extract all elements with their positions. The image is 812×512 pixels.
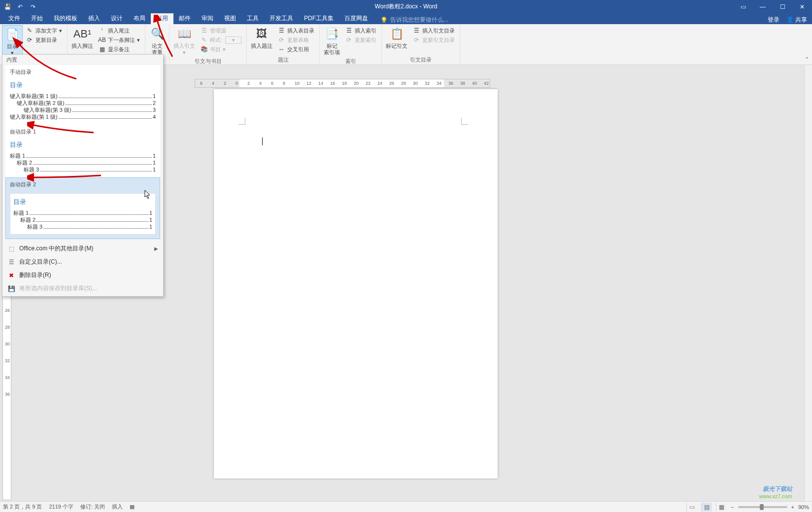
- menu-remove-toc[interactable]: ✖ 删除目录(R): [2, 269, 163, 282]
- menu-office-toc[interactable]: ⬚ Office.com 中的其他目录(M) ▶: [2, 242, 163, 255]
- tab-templates[interactable]: 我的模板: [48, 13, 83, 24]
- mark-citation-icon: 📋: [389, 26, 405, 42]
- ruler-tick: 36: [448, 81, 453, 86]
- next-footnote-icon: AB: [98, 36, 106, 44]
- quick-access-toolbar: 💾 ↶ ↷: [0, 2, 37, 11]
- tab-review[interactable]: 审阅: [196, 13, 219, 24]
- tab-baidu[interactable]: 百度网盘: [339, 13, 373, 24]
- zoom-in-icon[interactable]: +: [791, 504, 794, 510]
- annotation-arrow-1: [12, 34, 81, 84]
- show-notes-icon: ▦: [98, 45, 106, 53]
- style-dropdown[interactable]: ✎样式: ▾: [199, 35, 243, 44]
- collapse-ribbon-icon[interactable]: ⌃: [805, 56, 809, 63]
- update-auth-icon: ⟳: [412, 36, 420, 44]
- text-cursor: [262, 137, 263, 145]
- vruler-tick: 34: [5, 375, 10, 380]
- update-index-button[interactable]: ⟳更新索引: [343, 35, 378, 44]
- watermark-url: www.xz7.com: [759, 493, 792, 499]
- ruler-tick: 10: [295, 81, 300, 86]
- tablefig-icon: ☰: [277, 27, 285, 34]
- view-web-icon[interactable]: ▦: [716, 503, 727, 512]
- tell-me[interactable]: 💡 告诉我您想要做什么...: [380, 16, 448, 24]
- share-link[interactable]: 👤 共享: [786, 16, 807, 24]
- ruler-tick: 26: [389, 81, 394, 86]
- crossref-icon: ↔: [277, 45, 285, 53]
- document-page[interactable]: [214, 89, 498, 478]
- ruler-tick: 38: [460, 81, 465, 86]
- zoom-value[interactable]: 90%: [798, 504, 809, 510]
- horizontal-ruler[interactable]: 6420246810121416182022242628303234363840…: [195, 79, 490, 88]
- view-print-icon[interactable]: ▤: [701, 503, 712, 512]
- insert-index-icon: ☰: [345, 27, 353, 34]
- vertical-scrollbar[interactable]: [804, 65, 812, 501]
- insert-endnote-button[interactable]: ⁱ插入尾注: [97, 26, 141, 35]
- login-link[interactable]: 登录: [768, 16, 779, 24]
- tab-tools[interactable]: 工具: [241, 13, 264, 24]
- status-insert[interactable]: 插入: [112, 503, 123, 511]
- custom-toc-icon: ☰: [7, 258, 15, 266]
- save-icon[interactable]: 💾: [3, 2, 12, 11]
- cross-reference-button[interactable]: ↔交叉引用: [276, 45, 316, 54]
- menu-custom-toc[interactable]: ☰ 自定义目录(C)...: [2, 255, 163, 269]
- ruler-tick: 2: [224, 81, 226, 86]
- view-read-icon[interactable]: ▭: [686, 503, 697, 512]
- ribbon-options-icon[interactable]: ▭: [733, 0, 753, 13]
- status-macro-icon[interactable]: ▦: [130, 504, 135, 510]
- ruler-tick: 40: [472, 81, 477, 86]
- update-authorities-button[interactable]: ⟳更新引文目录: [411, 35, 456, 44]
- manage-sources-button[interactable]: ☰管理源: [199, 26, 243, 35]
- mark-citation-button[interactable]: 📋 标记引文: [384, 25, 409, 50]
- maximize-icon[interactable]: ☐: [773, 0, 792, 13]
- annotation-arrow-3: [27, 121, 96, 136]
- annotation-arrow-4: [27, 172, 103, 182]
- tab-file[interactable]: 文件: [3, 13, 26, 24]
- tab-layout[interactable]: 布局: [128, 13, 151, 24]
- caption-icon: 🖼: [254, 26, 270, 42]
- add-text-button[interactable]: ✎添加文字 ▾: [24, 26, 64, 35]
- insert-authorities-button[interactable]: ☰插入引文目录: [411, 26, 456, 35]
- zoom-slider[interactable]: [738, 506, 787, 508]
- tab-design[interactable]: 设计: [105, 13, 128, 24]
- insert-table-figures-button[interactable]: ☰插入表目录: [276, 26, 316, 35]
- mark-index-button[interactable]: 📑 标记 索引项: [322, 25, 342, 57]
- update-table-button[interactable]: ⟳更新表格: [276, 35, 316, 44]
- ruler-tick: 16: [330, 81, 335, 86]
- undo-icon[interactable]: ↶: [16, 2, 25, 11]
- biblio-icon: 📚: [200, 45, 208, 53]
- tab-pdf[interactable]: PDF工具集: [299, 13, 339, 24]
- vruler-tick: 32: [5, 358, 10, 363]
- group-label-captions: 题注: [249, 55, 317, 65]
- zoom-out-icon[interactable]: −: [731, 504, 734, 510]
- vruler-tick: 30: [5, 341, 10, 346]
- redo-icon[interactable]: ↷: [29, 2, 37, 11]
- close-icon[interactable]: ✕: [792, 0, 812, 13]
- status-words[interactable]: 2119 个字: [49, 503, 73, 511]
- tab-home[interactable]: 开始: [26, 13, 48, 24]
- insert-index-button[interactable]: ☰插入索引: [343, 26, 378, 35]
- vertical-ruler[interactable]: 2224262830323436: [2, 269, 11, 500]
- style-icon: ✎: [200, 36, 208, 44]
- ruler-tick: 34: [437, 81, 441, 86]
- remove-toc-icon: ✖: [7, 272, 15, 279]
- bibliography-button[interactable]: 📚书目 ▾: [199, 45, 243, 54]
- next-footnote-button[interactable]: AB下一条脚注 ▾: [97, 35, 141, 44]
- group-label-index: 索引: [322, 57, 379, 66]
- tab-view[interactable]: 视图: [219, 13, 241, 24]
- show-notes-button[interactable]: ▦显示备注: [97, 45, 141, 54]
- watermark: 极光下载站 www.xz7.com: [759, 485, 792, 499]
- ruler-tick: 4: [259, 81, 262, 86]
- vruler-tick: 26: [5, 308, 10, 313]
- ruler-tick: 22: [366, 81, 371, 86]
- menu-save-toc: 💾 将所选内容保存到目录库(S)...: [2, 282, 163, 295]
- office-icon: ⬚: [7, 245, 15, 253]
- minimize-icon[interactable]: —: [753, 0, 773, 13]
- tab-insert[interactable]: 插入: [83, 13, 105, 24]
- status-bar: 第 2 页，共 9 页 2119 个字 修订: 关闭 插入 ▦ ▭ ▤ ▦ − …: [0, 501, 812, 512]
- insert-caption-button[interactable]: 🖼 插入题注: [249, 25, 274, 50]
- status-page[interactable]: 第 2 页，共 9 页: [3, 503, 42, 511]
- ruler-tick: 28: [401, 81, 406, 86]
- save-toc-icon: 💾: [7, 285, 15, 293]
- toc-option-auto2[interactable]: 自动目录 2 目录 标题 11 标题 21 标题 31: [5, 177, 160, 239]
- tab-dev[interactable]: 开发工具: [264, 13, 299, 24]
- status-track[interactable]: 修订: 关闭: [80, 503, 105, 511]
